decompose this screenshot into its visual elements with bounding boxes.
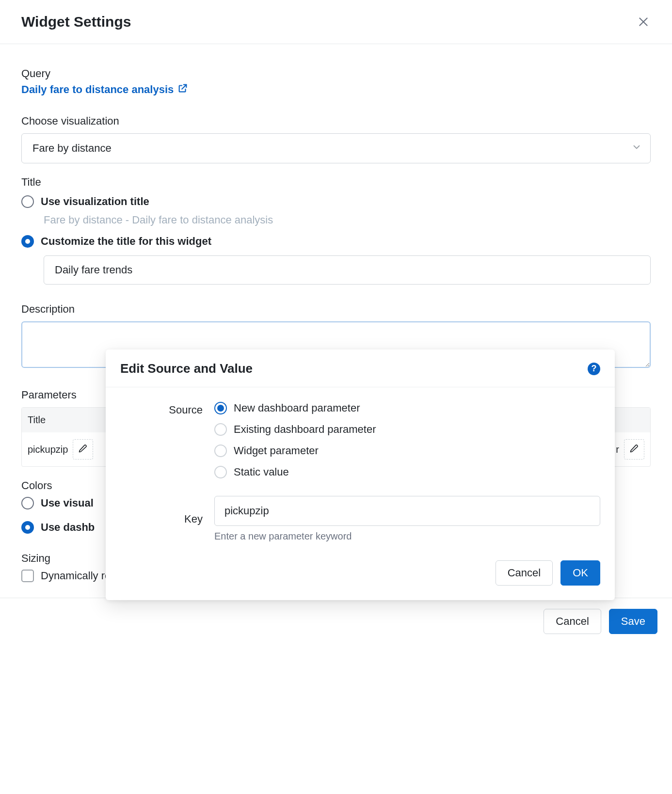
- help-icon[interactable]: ?: [588, 363, 600, 375]
- radio-icon: [214, 423, 227, 436]
- source-label: Source: [120, 402, 203, 416]
- custom-title-input[interactable]: [44, 255, 651, 285]
- source-field: Source New dashboard parameter Existing …: [120, 402, 600, 487]
- key-input[interactable]: [214, 496, 600, 526]
- radio-use-visualization-title[interactable]: Use visualization title: [21, 195, 651, 208]
- use-visualization-title-example: Fare by distance - Daily fare to distanc…: [44, 214, 651, 226]
- radio-icon: [214, 402, 227, 414]
- description-label: Description: [21, 303, 651, 316]
- query-section: Query Daily fare to distance analysis: [21, 67, 651, 96]
- radio-new-dashboard-parameter[interactable]: New dashboard parameter: [214, 402, 600, 414]
- radio-customize-title[interactable]: Customize the title for this widget: [21, 235, 651, 248]
- save-button[interactable]: Save: [609, 609, 657, 634]
- query-link-text: Daily fare to distance analysis: [21, 83, 174, 96]
- radio-static-value[interactable]: Static value: [214, 466, 600, 478]
- radio-label: Use dashb: [41, 521, 95, 534]
- query-label: Query: [21, 67, 651, 80]
- radio-label: Widget parameter: [234, 445, 319, 457]
- edit-parameter-value-button[interactable]: [624, 439, 644, 460]
- title-section: Title Use visualization title Fare by di…: [21, 176, 651, 285]
- dialog-title: Widget Settings: [21, 14, 131, 30]
- edit-parameter-button[interactable]: [73, 439, 93, 460]
- key-field: Key Enter a new parameter keyword: [120, 496, 600, 542]
- popover-header: Edit Source and Value ?: [106, 349, 615, 387]
- dialog-header: Widget Settings: [0, 0, 672, 44]
- query-link[interactable]: Daily fare to distance analysis: [21, 83, 188, 96]
- pencil-icon: [629, 444, 639, 456]
- radio-label: New dashboard parameter: [234, 402, 360, 414]
- radio-label: Use visualization title: [41, 195, 149, 208]
- radio-icon: [21, 235, 34, 248]
- popover-cancel-button[interactable]: Cancel: [496, 560, 553, 586]
- radio-icon: [21, 195, 34, 208]
- radio-label: Static value: [234, 466, 289, 478]
- radio-label: Customize the title for this widget: [41, 235, 211, 248]
- edit-source-popover: Edit Source and Value ? Source New dashb…: [106, 349, 615, 600]
- popover-title: Edit Source and Value: [120, 361, 253, 376]
- radio-icon: [214, 466, 227, 478]
- dialog-footer: Cancel Save: [0, 598, 672, 649]
- radio-icon: [21, 521, 34, 534]
- radio-icon: [21, 497, 34, 509]
- key-label: Key: [120, 513, 203, 525]
- visualization-select[interactable]: Fare by distance: [21, 133, 651, 163]
- widget-settings-dialog: Widget Settings Query Daily fare to dist…: [0, 0, 672, 649]
- radio-widget-parameter[interactable]: Widget parameter: [214, 445, 600, 457]
- popover-footer: Cancel OK: [106, 550, 615, 600]
- popover-body: Source New dashboard parameter Existing …: [106, 387, 615, 550]
- cancel-button[interactable]: Cancel: [544, 609, 601, 634]
- popover-ok-button[interactable]: OK: [560, 560, 600, 586]
- chevron-down-icon: [631, 142, 642, 155]
- visualization-label: Choose visualization: [21, 115, 651, 127]
- radio-existing-dashboard-parameter[interactable]: Existing dashboard parameter: [214, 423, 600, 436]
- close-icon[interactable]: [636, 15, 651, 29]
- checkbox-icon: [21, 570, 34, 582]
- external-link-icon: [177, 83, 188, 96]
- pencil-icon: [78, 444, 88, 456]
- radio-label: Existing dashboard parameter: [234, 423, 376, 436]
- parameter-right-cell: r: [610, 432, 650, 466]
- dialog-body: Query Daily fare to distance analysis Ch…: [0, 44, 672, 598]
- radio-icon: [214, 445, 227, 457]
- radio-label: Use visual: [41, 497, 94, 509]
- title-section-label: Title: [21, 176, 651, 189]
- key-help-text: Enter a new parameter keyword: [214, 531, 600, 542]
- visualization-section: Choose visualization Fare by distance: [21, 115, 651, 163]
- visualization-selected: Fare by distance: [32, 142, 112, 155]
- parameter-title: pickupzip: [28, 444, 68, 455]
- parameter-right-fragment: r: [616, 444, 619, 455]
